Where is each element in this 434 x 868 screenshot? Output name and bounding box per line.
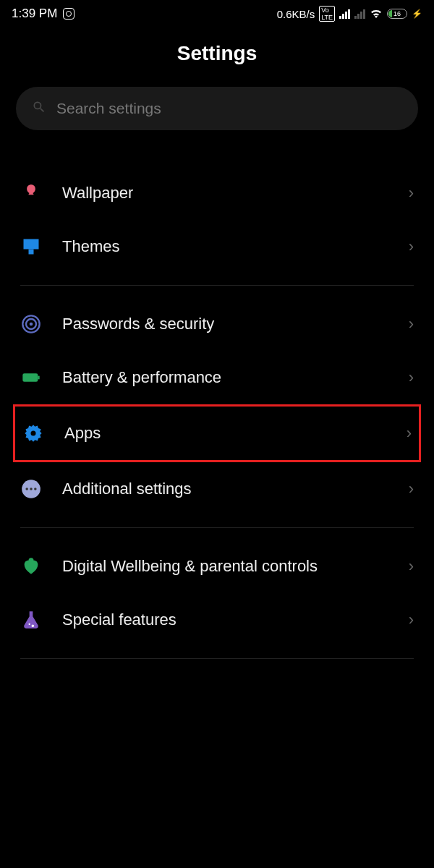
divider: [20, 658, 414, 659]
item-label: Additional settings: [62, 480, 388, 498]
svg-rect-6: [38, 376, 39, 380]
svg-point-14: [32, 624, 35, 627]
settings-item-security[interactable]: Passwords & security ›: [0, 297, 434, 351]
svg-point-13: [29, 624, 30, 625]
status-time: 1:39 PM: [12, 7, 57, 21]
settings-item-additional[interactable]: Additional settings ›: [0, 462, 434, 516]
charging-icon: ⚡: [412, 9, 422, 19]
svg-rect-0: [24, 239, 39, 250]
signal-1-icon: [339, 9, 350, 19]
gear-icon: [22, 422, 44, 444]
item-label: Passwords & security: [62, 315, 388, 333]
item-label: Battery & performance: [62, 368, 388, 387]
chevron-right-icon: ›: [407, 424, 412, 443]
status-bar: 1:39 PM 0.6KB/s VoLTE 16 ⚡: [0, 0, 434, 27]
svg-point-11: [34, 488, 37, 490]
chevron-right-icon: ›: [409, 610, 414, 629]
volte-icon: VoLTE: [319, 6, 335, 22]
signal-2-icon: [354, 9, 365, 19]
search-input[interactable]: Search settings: [16, 87, 418, 130]
settings-item-apps[interactable]: Apps ›: [13, 404, 421, 462]
search-icon: [32, 100, 46, 117]
data-speed: 0.6KB/s: [277, 8, 315, 20]
chevron-right-icon: ›: [409, 480, 414, 498]
item-label: Digital Wellbeing & parental controls: [62, 557, 388, 576]
item-label: Wallpaper: [62, 184, 388, 203]
svg-point-4: [30, 323, 33, 326]
more-icon: [20, 478, 42, 500]
heart-icon: [20, 556, 42, 577]
wifi-icon: [370, 8, 383, 20]
wallpaper-icon: [20, 182, 42, 204]
settings-item-wellbeing[interactable]: Digital Wellbeing & parental controls ›: [0, 540, 434, 593]
svg-rect-1: [29, 250, 34, 255]
search-placeholder: Search settings: [56, 100, 161, 117]
chevron-right-icon: ›: [409, 557, 414, 576]
svg-point-10: [30, 488, 33, 490]
settings-item-themes[interactable]: Themes ›: [0, 220, 434, 273]
themes-icon: [20, 236, 42, 258]
fingerprint-icon: [20, 313, 42, 335]
chevron-right-icon: ›: [409, 315, 414, 333]
svg-rect-5: [22, 373, 38, 382]
settings-item-special[interactable]: Special features ›: [0, 593, 434, 647]
item-label: Apps: [64, 424, 386, 443]
divider: [20, 285, 414, 286]
svg-point-9: [25, 488, 28, 490]
flask-icon: [20, 609, 42, 631]
instagram-icon: [63, 8, 75, 20]
item-label: Special features: [62, 610, 388, 629]
chevron-right-icon: ›: [409, 237, 414, 256]
item-label: Themes: [62, 237, 388, 256]
battery-icon: [20, 367, 42, 388]
page-title: Settings: [0, 27, 434, 87]
chevron-right-icon: ›: [409, 184, 414, 203]
svg-point-7: [31, 431, 36, 436]
settings-item-wallpaper[interactable]: Wallpaper ›: [0, 166, 434, 220]
settings-item-battery[interactable]: Battery & performance ›: [0, 351, 434, 404]
battery-indicator: 16: [387, 9, 407, 19]
settings-list: Wallpaper › Themes › Passwords & securit…: [0, 145, 434, 659]
divider: [20, 527, 414, 528]
chevron-right-icon: ›: [409, 368, 414, 387]
